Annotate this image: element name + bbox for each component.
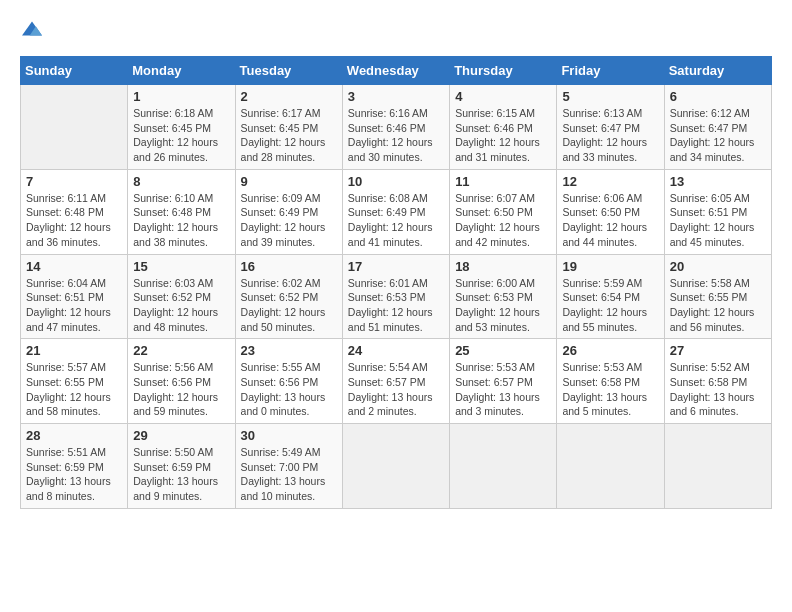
day-cell — [342, 424, 449, 509]
day-cell: 12Sunrise: 6:06 AM Sunset: 6:50 PM Dayli… — [557, 169, 664, 254]
day-info: Sunrise: 6:01 AM Sunset: 6:53 PM Dayligh… — [348, 276, 444, 335]
day-number: 14 — [26, 259, 122, 274]
day-cell: 15Sunrise: 6:03 AM Sunset: 6:52 PM Dayli… — [128, 254, 235, 339]
day-cell — [664, 424, 771, 509]
day-info: Sunrise: 5:51 AM Sunset: 6:59 PM Dayligh… — [26, 445, 122, 504]
day-cell: 11Sunrise: 6:07 AM Sunset: 6:50 PM Dayli… — [450, 169, 557, 254]
day-info: Sunrise: 6:06 AM Sunset: 6:50 PM Dayligh… — [562, 191, 658, 250]
day-info: Sunrise: 6:08 AM Sunset: 6:49 PM Dayligh… — [348, 191, 444, 250]
day-number: 26 — [562, 343, 658, 358]
week-row-4: 21Sunrise: 5:57 AM Sunset: 6:55 PM Dayli… — [21, 339, 772, 424]
day-cell: 26Sunrise: 5:53 AM Sunset: 6:58 PM Dayli… — [557, 339, 664, 424]
day-number: 23 — [241, 343, 337, 358]
day-cell: 17Sunrise: 6:01 AM Sunset: 6:53 PM Dayli… — [342, 254, 449, 339]
day-cell — [450, 424, 557, 509]
day-number: 20 — [670, 259, 766, 274]
day-cell: 30Sunrise: 5:49 AM Sunset: 7:00 PM Dayli… — [235, 424, 342, 509]
day-cell: 4Sunrise: 6:15 AM Sunset: 6:46 PM Daylig… — [450, 85, 557, 170]
day-number: 27 — [670, 343, 766, 358]
day-cell: 16Sunrise: 6:02 AM Sunset: 6:52 PM Dayli… — [235, 254, 342, 339]
day-number: 29 — [133, 428, 229, 443]
day-info: Sunrise: 6:02 AM Sunset: 6:52 PM Dayligh… — [241, 276, 337, 335]
day-cell: 25Sunrise: 5:53 AM Sunset: 6:57 PM Dayli… — [450, 339, 557, 424]
day-info: Sunrise: 6:15 AM Sunset: 6:46 PM Dayligh… — [455, 106, 551, 165]
header-monday: Monday — [128, 57, 235, 85]
day-cell — [21, 85, 128, 170]
day-info: Sunrise: 6:10 AM Sunset: 6:48 PM Dayligh… — [133, 191, 229, 250]
header-thursday: Thursday — [450, 57, 557, 85]
day-number: 15 — [133, 259, 229, 274]
week-row-3: 14Sunrise: 6:04 AM Sunset: 6:51 PM Dayli… — [21, 254, 772, 339]
day-cell: 18Sunrise: 6:00 AM Sunset: 6:53 PM Dayli… — [450, 254, 557, 339]
day-cell: 6Sunrise: 6:12 AM Sunset: 6:47 PM Daylig… — [664, 85, 771, 170]
header-wednesday: Wednesday — [342, 57, 449, 85]
day-info: Sunrise: 6:11 AM Sunset: 6:48 PM Dayligh… — [26, 191, 122, 250]
days-header-row: SundayMondayTuesdayWednesdayThursdayFrid… — [21, 57, 772, 85]
day-number: 25 — [455, 343, 551, 358]
day-info: Sunrise: 5:59 AM Sunset: 6:54 PM Dayligh… — [562, 276, 658, 335]
day-info: Sunrise: 5:53 AM Sunset: 6:58 PM Dayligh… — [562, 360, 658, 419]
header-sunday: Sunday — [21, 57, 128, 85]
day-number: 2 — [241, 89, 337, 104]
day-number: 9 — [241, 174, 337, 189]
day-info: Sunrise: 5:52 AM Sunset: 6:58 PM Dayligh… — [670, 360, 766, 419]
day-info: Sunrise: 6:13 AM Sunset: 6:47 PM Dayligh… — [562, 106, 658, 165]
logo — [20, 20, 48, 40]
header-friday: Friday — [557, 57, 664, 85]
day-number: 5 — [562, 89, 658, 104]
day-info: Sunrise: 6:18 AM Sunset: 6:45 PM Dayligh… — [133, 106, 229, 165]
day-cell: 23Sunrise: 5:55 AM Sunset: 6:56 PM Dayli… — [235, 339, 342, 424]
day-cell: 22Sunrise: 5:56 AM Sunset: 6:56 PM Dayli… — [128, 339, 235, 424]
header-tuesday: Tuesday — [235, 57, 342, 85]
week-row-2: 7Sunrise: 6:11 AM Sunset: 6:48 PM Daylig… — [21, 169, 772, 254]
day-cell: 5Sunrise: 6:13 AM Sunset: 6:47 PM Daylig… — [557, 85, 664, 170]
day-number: 16 — [241, 259, 337, 274]
day-cell: 8Sunrise: 6:10 AM Sunset: 6:48 PM Daylig… — [128, 169, 235, 254]
day-cell: 28Sunrise: 5:51 AM Sunset: 6:59 PM Dayli… — [21, 424, 128, 509]
day-info: Sunrise: 6:12 AM Sunset: 6:47 PM Dayligh… — [670, 106, 766, 165]
day-info: Sunrise: 6:04 AM Sunset: 6:51 PM Dayligh… — [26, 276, 122, 335]
day-info: Sunrise: 6:05 AM Sunset: 6:51 PM Dayligh… — [670, 191, 766, 250]
day-number: 28 — [26, 428, 122, 443]
day-cell: 19Sunrise: 5:59 AM Sunset: 6:54 PM Dayli… — [557, 254, 664, 339]
day-cell — [557, 424, 664, 509]
calendar-table: SundayMondayTuesdayWednesdayThursdayFrid… — [20, 56, 772, 509]
day-info: Sunrise: 5:49 AM Sunset: 7:00 PM Dayligh… — [241, 445, 337, 504]
day-number: 19 — [562, 259, 658, 274]
day-info: Sunrise: 5:56 AM Sunset: 6:56 PM Dayligh… — [133, 360, 229, 419]
day-number: 8 — [133, 174, 229, 189]
day-cell: 21Sunrise: 5:57 AM Sunset: 6:55 PM Dayli… — [21, 339, 128, 424]
day-number: 1 — [133, 89, 229, 104]
day-info: Sunrise: 6:00 AM Sunset: 6:53 PM Dayligh… — [455, 276, 551, 335]
day-info: Sunrise: 6:07 AM Sunset: 6:50 PM Dayligh… — [455, 191, 551, 250]
day-info: Sunrise: 5:53 AM Sunset: 6:57 PM Dayligh… — [455, 360, 551, 419]
day-number: 30 — [241, 428, 337, 443]
day-number: 13 — [670, 174, 766, 189]
day-cell: 20Sunrise: 5:58 AM Sunset: 6:55 PM Dayli… — [664, 254, 771, 339]
day-info: Sunrise: 5:55 AM Sunset: 6:56 PM Dayligh… — [241, 360, 337, 419]
logo-icon — [20, 20, 44, 40]
day-cell: 2Sunrise: 6:17 AM Sunset: 6:45 PM Daylig… — [235, 85, 342, 170]
day-number: 22 — [133, 343, 229, 358]
day-cell: 9Sunrise: 6:09 AM Sunset: 6:49 PM Daylig… — [235, 169, 342, 254]
day-info: Sunrise: 6:09 AM Sunset: 6:49 PM Dayligh… — [241, 191, 337, 250]
day-info: Sunrise: 6:03 AM Sunset: 6:52 PM Dayligh… — [133, 276, 229, 335]
day-info: Sunrise: 5:50 AM Sunset: 6:59 PM Dayligh… — [133, 445, 229, 504]
day-number: 24 — [348, 343, 444, 358]
day-cell: 1Sunrise: 6:18 AM Sunset: 6:45 PM Daylig… — [128, 85, 235, 170]
day-cell: 13Sunrise: 6:05 AM Sunset: 6:51 PM Dayli… — [664, 169, 771, 254]
day-info: Sunrise: 5:54 AM Sunset: 6:57 PM Dayligh… — [348, 360, 444, 419]
day-cell: 14Sunrise: 6:04 AM Sunset: 6:51 PM Dayli… — [21, 254, 128, 339]
day-number: 17 — [348, 259, 444, 274]
day-cell: 7Sunrise: 6:11 AM Sunset: 6:48 PM Daylig… — [21, 169, 128, 254]
day-info: Sunrise: 5:58 AM Sunset: 6:55 PM Dayligh… — [670, 276, 766, 335]
day-cell: 10Sunrise: 6:08 AM Sunset: 6:49 PM Dayli… — [342, 169, 449, 254]
day-info: Sunrise: 6:17 AM Sunset: 6:45 PM Dayligh… — [241, 106, 337, 165]
day-number: 18 — [455, 259, 551, 274]
day-number: 12 — [562, 174, 658, 189]
week-row-5: 28Sunrise: 5:51 AM Sunset: 6:59 PM Dayli… — [21, 424, 772, 509]
day-cell: 29Sunrise: 5:50 AM Sunset: 6:59 PM Dayli… — [128, 424, 235, 509]
day-number: 21 — [26, 343, 122, 358]
day-info: Sunrise: 6:16 AM Sunset: 6:46 PM Dayligh… — [348, 106, 444, 165]
header-saturday: Saturday — [664, 57, 771, 85]
